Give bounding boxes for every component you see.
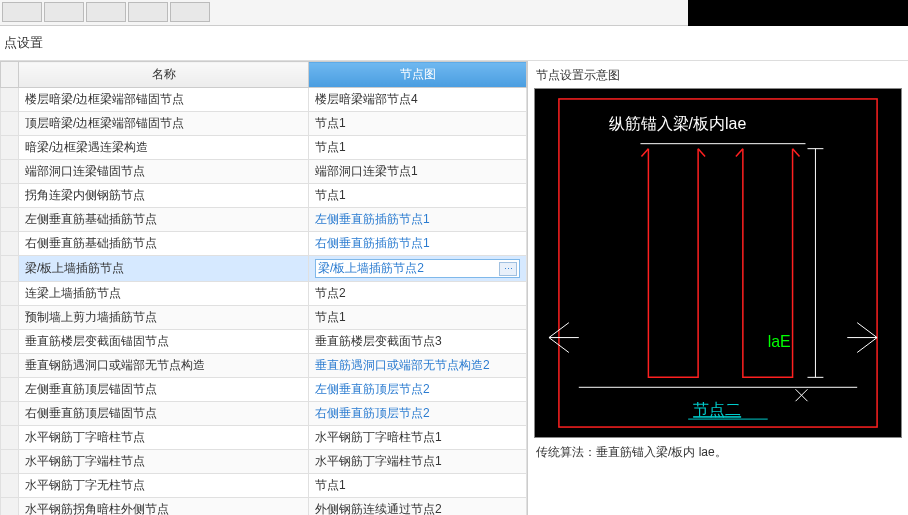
row-joint-cell[interactable]: 节点1	[309, 136, 527, 160]
row-index	[1, 112, 19, 136]
joint-value: 梁/板上墙插筋节点2	[318, 260, 424, 277]
row-name[interactable]: 左侧垂直筋基础插筋节点	[19, 208, 309, 232]
row-index	[1, 450, 19, 474]
row-name[interactable]: 水平钢筋丁字无柱节点	[19, 474, 309, 498]
col-name[interactable]: 名称	[19, 62, 309, 88]
table-row[interactable]: 右侧垂直筋顶层锚固节点右侧垂直筋顶层节点2	[1, 402, 527, 426]
row-name[interactable]: 顶层暗梁/边框梁端部锚固节点	[19, 112, 309, 136]
diagram-bottom-label: 节点二	[693, 401, 741, 418]
row-index	[1, 426, 19, 450]
row-joint-cell[interactable]: 右侧垂直筋插筋节点1	[309, 232, 527, 256]
joint-diagram: 纵筋锚入梁/板内lae laE	[534, 88, 902, 438]
settings-table-pane: 名称 节点图 楼层暗梁/边框梁端部锚固节点楼层暗梁端部节点4顶层暗梁/边框梁端部…	[0, 61, 528, 515]
row-index	[1, 330, 19, 354]
svg-line-4	[793, 149, 800, 157]
row-index	[1, 160, 19, 184]
row-name[interactable]: 水平钢筋拐角暗柱外侧节点	[19, 498, 309, 516]
row-name[interactable]: 水平钢筋丁字端柱节点	[19, 450, 309, 474]
joint-input[interactable]: 梁/板上墙插筋节点2⋯	[315, 259, 520, 278]
row-name[interactable]: 端部洞口连梁锚固节点	[19, 160, 309, 184]
top-toolbar	[0, 0, 908, 26]
row-name[interactable]: 垂直筋楼层变截面锚固节点	[19, 330, 309, 354]
table-row[interactable]: 左侧垂直筋基础插筋节点左侧垂直筋插筋节点1	[1, 208, 527, 232]
row-joint-cell[interactable]: 左侧垂直筋插筋节点1	[309, 208, 527, 232]
row-index	[1, 402, 19, 426]
table-row[interactable]: 水平钢筋丁字端柱节点水平钢筋丁字端柱节点1	[1, 450, 527, 474]
row-index	[1, 498, 19, 516]
row-name[interactable]: 楼层暗梁/边框梁端部锚固节点	[19, 88, 309, 112]
table-row[interactable]: 垂直筋楼层变截面锚固节点垂直筋楼层变截面节点3	[1, 330, 527, 354]
row-joint-cell[interactable]: 梁/板上墙插筋节点2⋯	[309, 256, 527, 282]
row-name[interactable]: 预制墙上剪力墙插筋节点	[19, 306, 309, 330]
row-joint-cell[interactable]: 节点1	[309, 184, 527, 208]
row-joint-cell[interactable]: 楼层暗梁端部节点4	[309, 88, 527, 112]
toolbar-seg[interactable]	[44, 2, 84, 22]
row-joint-cell[interactable]: 水平钢筋丁字端柱节点1	[309, 450, 527, 474]
row-name[interactable]: 右侧垂直筋顶层锚固节点	[19, 402, 309, 426]
row-index	[1, 354, 19, 378]
row-name[interactable]: 连梁上墙插筋节点	[19, 282, 309, 306]
row-joint-cell[interactable]: 外侧钢筋连续通过节点2	[309, 498, 527, 516]
row-joint-cell[interactable]: 垂直筋遇洞口或端部无节点构造2	[309, 354, 527, 378]
toolbar-seg[interactable]	[86, 2, 126, 22]
table-row[interactable]: 右侧垂直筋基础插筋节点右侧垂直筋插筋节点1	[1, 232, 527, 256]
browse-button[interactable]: ⋯	[499, 262, 517, 276]
row-index	[1, 208, 19, 232]
toolbar-seg[interactable]	[170, 2, 210, 22]
table-row[interactable]: 端部洞口连梁锚固节点端部洞口连梁节点1	[1, 160, 527, 184]
row-name[interactable]: 梁/板上墙插筋节点	[19, 256, 309, 282]
row-joint-cell[interactable]: 水平钢筋丁字暗柱节点1	[309, 426, 527, 450]
row-name[interactable]: 水平钢筋丁字暗柱节点	[19, 426, 309, 450]
preview-pane: 节点设置示意图 纵筋锚入梁/板内lae laE	[528, 61, 908, 515]
row-name[interactable]: 拐角连梁内侧钢筋节点	[19, 184, 309, 208]
row-index	[1, 232, 19, 256]
row-index	[1, 256, 19, 282]
toolbar-dark-area	[688, 0, 908, 26]
table-row[interactable]: 梁/板上墙插筋节点梁/板上墙插筋节点2⋯	[1, 256, 527, 282]
table-row[interactable]: 左侧垂直筋顶层锚固节点左侧垂直筋顶层节点2	[1, 378, 527, 402]
row-index	[1, 282, 19, 306]
toolbar-seg[interactable]	[2, 2, 42, 22]
row-index	[1, 136, 19, 160]
row-joint-cell[interactable]: 端部洞口连梁节点1	[309, 160, 527, 184]
diagram-top-label: 纵筋锚入梁/板内lae	[609, 115, 747, 132]
table-row[interactable]: 垂直钢筋遇洞口或端部无节点构造垂直筋遇洞口或端部无节点构造2	[1, 354, 527, 378]
toolbar-seg[interactable]	[128, 2, 168, 22]
row-joint-cell[interactable]: 右侧垂直筋顶层节点2	[309, 402, 527, 426]
row-index	[1, 378, 19, 402]
table-row[interactable]: 楼层暗梁/边框梁端部锚固节点楼层暗梁端部节点4	[1, 88, 527, 112]
row-joint-cell[interactable]: 垂直筋楼层变截面节点3	[309, 330, 527, 354]
table-row[interactable]: 连梁上墙插筋节点节点2	[1, 282, 527, 306]
row-index	[1, 474, 19, 498]
table-row[interactable]: 水平钢筋丁字暗柱节点水平钢筋丁字暗柱节点1	[1, 426, 527, 450]
row-name[interactable]: 左侧垂直筋顶层锚固节点	[19, 378, 309, 402]
row-name[interactable]: 右侧垂直筋基础插筋节点	[19, 232, 309, 256]
algorithm-description: 传统算法：垂直筋锚入梁/板内 lae。	[534, 438, 902, 467]
table-row[interactable]: 水平钢筋拐角暗柱外侧节点外侧钢筋连续通过节点2	[1, 498, 527, 516]
row-joint-cell[interactable]: 左侧垂直筋顶层节点2	[309, 378, 527, 402]
row-joint-cell[interactable]: 节点2	[309, 282, 527, 306]
diagram-lae-label: laE	[768, 334, 791, 351]
row-joint-cell[interactable]: 节点1	[309, 474, 527, 498]
col-joint[interactable]: 节点图	[309, 62, 527, 88]
table-row[interactable]: 水平钢筋丁字无柱节点节点1	[1, 474, 527, 498]
row-index	[1, 88, 19, 112]
svg-rect-0	[559, 99, 877, 427]
table-row[interactable]: 暗梁/边框梁遇连梁构造节点1	[1, 136, 527, 160]
svg-line-1	[641, 149, 648, 157]
preview-title: 节点设置示意图	[534, 65, 902, 88]
row-name[interactable]: 暗梁/边框梁遇连梁构造	[19, 136, 309, 160]
col-index	[1, 62, 19, 88]
svg-line-3	[736, 149, 743, 157]
row-name[interactable]: 垂直钢筋遇洞口或端部无节点构造	[19, 354, 309, 378]
row-index	[1, 184, 19, 208]
table-row[interactable]: 预制墙上剪力墙插筋节点节点1	[1, 306, 527, 330]
row-joint-cell[interactable]: 节点1	[309, 112, 527, 136]
row-index	[1, 306, 19, 330]
table-row[interactable]: 拐角连梁内侧钢筋节点节点1	[1, 184, 527, 208]
table-row[interactable]: 顶层暗梁/边框梁端部锚固节点节点1	[1, 112, 527, 136]
row-joint-cell[interactable]: 节点1	[309, 306, 527, 330]
settings-table: 名称 节点图 楼层暗梁/边框梁端部锚固节点楼层暗梁端部节点4顶层暗梁/边框梁端部…	[0, 61, 527, 515]
svg-line-2	[698, 149, 705, 157]
dialog-title: 点设置	[0, 26, 908, 61]
